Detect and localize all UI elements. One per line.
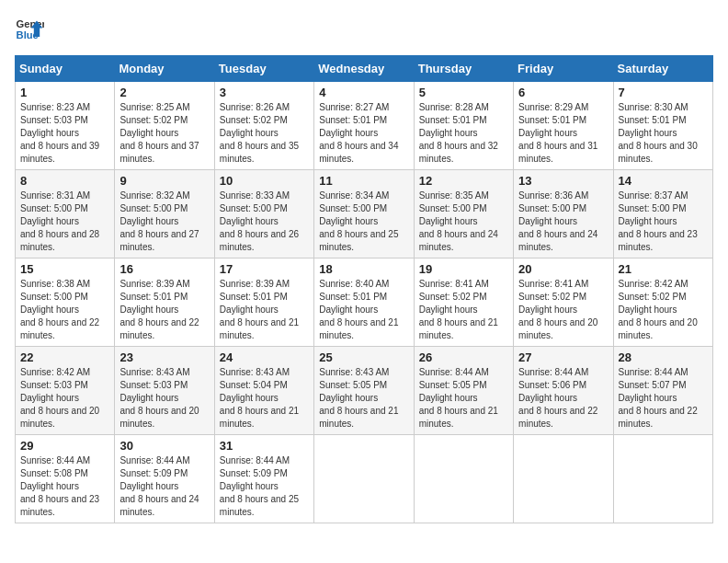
day-info: Sunrise: 8:43 AM Sunset: 5:03 PM Dayligh…	[119, 366, 209, 431]
day-number: 22	[20, 350, 109, 364]
calendar-cell: 31 Sunrise: 8:44 AM Sunset: 5:09 PM Dayl…	[214, 435, 313, 523]
day-info: Sunrise: 8:37 AM Sunset: 5:00 PM Dayligh…	[619, 190, 708, 254]
calendar-cell: 12 Sunrise: 8:35 AM Sunset: 5:00 PM Dayl…	[414, 170, 513, 259]
calendar-cell: 13 Sunrise: 8:36 AM Sunset: 5:00 PM Dayl…	[514, 170, 613, 259]
header-monday: Monday	[115, 56, 214, 82]
calendar-cell: 4 Sunrise: 8:27 AM Sunset: 5:01 PM Dayli…	[314, 82, 414, 170]
day-number: 29	[20, 439, 109, 453]
header-thursday: Thursday	[414, 56, 513, 82]
day-number: 30	[119, 439, 209, 453]
day-number: 21	[619, 262, 708, 276]
day-number: 5	[419, 86, 508, 99]
day-number: 24	[220, 350, 309, 364]
day-info: Sunrise: 8:28 AM Sunset: 5:01 PM Dayligh…	[419, 101, 508, 166]
svg-text:General: General	[17, 18, 44, 29]
day-info: Sunrise: 8:27 AM Sunset: 5:01 PM Dayligh…	[319, 101, 408, 166]
day-info: Sunrise: 8:33 AM Sunset: 5:00 PM Dayligh…	[220, 190, 309, 254]
day-number: 2	[119, 86, 209, 99]
day-number: 27	[518, 350, 608, 364]
calendar-cell: 17 Sunrise: 8:39 AM Sunset: 5:01 PM Dayl…	[214, 259, 313, 347]
header-sunday: Sunday	[16, 56, 115, 82]
day-number: 4	[319, 86, 408, 99]
day-number: 7	[619, 86, 708, 99]
calendar-cell: 19 Sunrise: 8:41 AM Sunset: 5:02 PM Dayl…	[414, 259, 513, 347]
day-number: 20	[518, 262, 608, 276]
day-info: Sunrise: 8:32 AM Sunset: 5:00 PM Dayligh…	[119, 190, 209, 254]
day-info: Sunrise: 8:39 AM Sunset: 5:01 PM Dayligh…	[119, 278, 209, 342]
week-row-4: 22 Sunrise: 8:42 AM Sunset: 5:03 PM Dayl…	[16, 347, 713, 435]
calendar-cell: 28 Sunrise: 8:44 AM Sunset: 5:07 PM Dayl…	[613, 347, 712, 435]
day-info: Sunrise: 8:44 AM Sunset: 5:09 PM Dayligh…	[220, 454, 309, 519]
day-info: Sunrise: 8:34 AM Sunset: 5:00 PM Dayligh…	[319, 190, 408, 254]
day-number: 18	[319, 262, 408, 276]
day-number: 12	[419, 174, 508, 188]
day-info: Sunrise: 8:44 AM Sunset: 5:07 PM Dayligh…	[619, 366, 708, 431]
calendar-cell: 16 Sunrise: 8:39 AM Sunset: 5:01 PM Dayl…	[115, 259, 214, 347]
day-info: Sunrise: 8:40 AM Sunset: 5:01 PM Dayligh…	[319, 278, 408, 342]
header-wednesday: Wednesday	[314, 56, 414, 82]
logo-icon: General Blue	[15, 15, 44, 44]
day-info: Sunrise: 8:41 AM Sunset: 5:02 PM Dayligh…	[518, 278, 608, 342]
calendar-cell: 26 Sunrise: 8:44 AM Sunset: 5:05 PM Dayl…	[414, 347, 513, 435]
day-info: Sunrise: 8:39 AM Sunset: 5:01 PM Dayligh…	[220, 278, 309, 342]
day-info: Sunrise: 8:25 AM Sunset: 5:02 PM Dayligh…	[119, 101, 209, 166]
calendar-cell: 14 Sunrise: 8:37 AM Sunset: 5:00 PM Dayl…	[613, 170, 712, 259]
day-info: Sunrise: 8:36 AM Sunset: 5:00 PM Dayligh…	[518, 190, 608, 254]
calendar-cell: 10 Sunrise: 8:33 AM Sunset: 5:00 PM Dayl…	[214, 170, 313, 259]
calendar-cell: 24 Sunrise: 8:43 AM Sunset: 5:04 PM Dayl…	[214, 347, 313, 435]
day-number: 26	[419, 350, 508, 364]
header-saturday: Saturday	[613, 56, 712, 82]
calendar-cell: 11 Sunrise: 8:34 AM Sunset: 5:00 PM Dayl…	[314, 170, 414, 259]
calendar-cell	[613, 435, 712, 523]
day-info: Sunrise: 8:26 AM Sunset: 5:02 PM Dayligh…	[220, 101, 309, 166]
calendar-cell	[514, 435, 613, 523]
day-number: 28	[619, 350, 708, 364]
calendar-cell: 3 Sunrise: 8:26 AM Sunset: 5:02 PM Dayli…	[214, 82, 313, 170]
calendar-table: SundayMondayTuesdayWednesdayThursdayFrid…	[15, 55, 713, 523]
calendar-cell: 18 Sunrise: 8:40 AM Sunset: 5:01 PM Dayl…	[314, 259, 414, 347]
day-number: 17	[220, 262, 309, 276]
day-info: Sunrise: 8:41 AM Sunset: 5:02 PM Dayligh…	[419, 278, 508, 342]
calendar-cell: 8 Sunrise: 8:31 AM Sunset: 5:00 PM Dayli…	[16, 170, 115, 259]
calendar-cell: 25 Sunrise: 8:43 AM Sunset: 5:05 PM Dayl…	[314, 347, 414, 435]
day-number: 14	[619, 174, 708, 188]
week-row-1: 1 Sunrise: 8:23 AM Sunset: 5:03 PM Dayli…	[16, 82, 713, 170]
calendar-cell: 20 Sunrise: 8:41 AM Sunset: 5:02 PM Dayl…	[514, 259, 613, 347]
header-friday: Friday	[514, 56, 613, 82]
calendar-cell: 30 Sunrise: 8:44 AM Sunset: 5:09 PM Dayl…	[115, 435, 214, 523]
day-number: 13	[518, 174, 608, 188]
day-number: 11	[319, 174, 408, 188]
calendar-cell	[314, 435, 414, 523]
calendar-cell: 9 Sunrise: 8:32 AM Sunset: 5:00 PM Dayli…	[115, 170, 214, 259]
week-row-3: 15 Sunrise: 8:38 AM Sunset: 5:00 PM Dayl…	[16, 259, 713, 347]
week-row-5: 29 Sunrise: 8:44 AM Sunset: 5:08 PM Dayl…	[16, 435, 713, 523]
calendar-cell: 21 Sunrise: 8:42 AM Sunset: 5:02 PM Dayl…	[613, 259, 712, 347]
calendar-cell: 7 Sunrise: 8:30 AM Sunset: 5:01 PM Dayli…	[613, 82, 712, 170]
day-info: Sunrise: 8:35 AM Sunset: 5:00 PM Dayligh…	[419, 190, 508, 254]
calendar-cell: 27 Sunrise: 8:44 AM Sunset: 5:06 PM Dayl…	[514, 347, 613, 435]
header-row: SundayMondayTuesdayWednesdayThursdayFrid…	[16, 56, 713, 82]
calendar-cell: 22 Sunrise: 8:42 AM Sunset: 5:03 PM Dayl…	[16, 347, 115, 435]
day-info: Sunrise: 8:44 AM Sunset: 5:09 PM Dayligh…	[119, 454, 209, 519]
day-number: 3	[220, 86, 309, 99]
day-info: Sunrise: 8:42 AM Sunset: 5:02 PM Dayligh…	[619, 278, 708, 342]
calendar-cell: 2 Sunrise: 8:25 AM Sunset: 5:02 PM Dayli…	[115, 82, 214, 170]
day-number: 16	[119, 262, 209, 276]
calendar-cell: 15 Sunrise: 8:38 AM Sunset: 5:00 PM Dayl…	[16, 259, 115, 347]
day-info: Sunrise: 8:44 AM Sunset: 5:08 PM Dayligh…	[20, 454, 109, 519]
calendar-cell: 1 Sunrise: 8:23 AM Sunset: 5:03 PM Dayli…	[16, 82, 115, 170]
page-header: General Blue	[15, 15, 713, 44]
day-info: Sunrise: 8:23 AM Sunset: 5:03 PM Dayligh…	[20, 101, 109, 166]
day-number: 9	[119, 174, 209, 188]
day-info: Sunrise: 8:44 AM Sunset: 5:05 PM Dayligh…	[419, 366, 508, 431]
day-info: Sunrise: 8:42 AM Sunset: 5:03 PM Dayligh…	[20, 366, 109, 431]
week-row-2: 8 Sunrise: 8:31 AM Sunset: 5:00 PM Dayli…	[16, 170, 713, 259]
day-info: Sunrise: 8:43 AM Sunset: 5:05 PM Dayligh…	[319, 366, 408, 431]
header-tuesday: Tuesday	[214, 56, 313, 82]
calendar-cell: 29 Sunrise: 8:44 AM Sunset: 5:08 PM Dayl…	[16, 435, 115, 523]
day-info: Sunrise: 8:43 AM Sunset: 5:04 PM Dayligh…	[220, 366, 309, 431]
calendar-cell: 6 Sunrise: 8:29 AM Sunset: 5:01 PM Dayli…	[514, 82, 613, 170]
day-info: Sunrise: 8:38 AM Sunset: 5:00 PM Dayligh…	[20, 278, 109, 342]
day-info: Sunrise: 8:30 AM Sunset: 5:01 PM Dayligh…	[619, 101, 708, 166]
calendar-cell	[414, 435, 513, 523]
